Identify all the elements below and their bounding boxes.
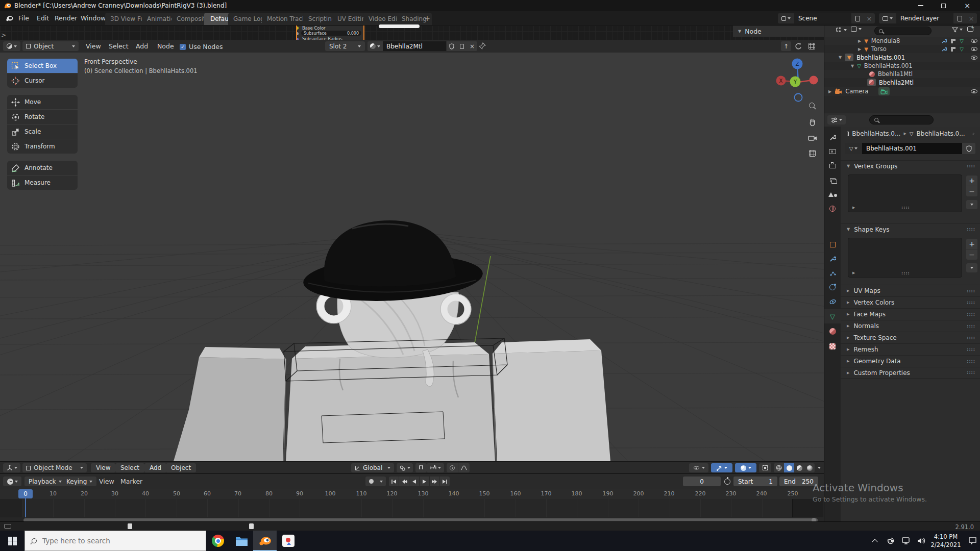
tool-move[interactable]: Move (7, 95, 78, 109)
playback-menu[interactable]: Playback (24, 477, 66, 486)
add-workspace-tab-button[interactable]: + (423, 14, 432, 23)
panel-normals[interactable]: ▶Normals:::: (841, 320, 980, 332)
tab-render[interactable] (824, 145, 841, 158)
renderlayer-copy-button[interactable] (953, 13, 966, 23)
tray-meet-now[interactable] (883, 531, 898, 551)
auto-keying-dropdown[interactable] (377, 477, 386, 486)
tray-network[interactable] (898, 531, 914, 551)
panel-texture-space[interactable]: ▶Texture Space:::: (841, 332, 980, 343)
outliner-display-mode-dropdown[interactable] (836, 27, 847, 33)
taskbar-blender-button[interactable] (253, 531, 277, 551)
tool-measure[interactable]: Measure (7, 176, 78, 190)
mesh-name-field[interactable]: BbehllaHats.001 (862, 143, 962, 154)
pin-icon[interactable] (479, 42, 486, 49)
vp-menu-object[interactable]: Object (166, 463, 196, 472)
jump-to-start-button[interactable] (389, 477, 399, 486)
shape-keys-panel-header[interactable]: ▼Shape Keys :::: (841, 223, 980, 235)
zoom-icon[interactable] (809, 103, 815, 110)
shader-node-fragment[interactable]: Base Color Subsurface 0.000 Subsurface R… (296, 26, 364, 40)
vp-menu-view[interactable]: View (91, 463, 115, 472)
snap-target-dropdown[interactable] (427, 463, 444, 472)
menu-edit[interactable]: Edit (37, 11, 49, 25)
keying-menu[interactable]: Keying (62, 477, 96, 486)
tab-particles[interactable] (824, 266, 841, 280)
vertex-groups-add-button[interactable]: + (966, 176, 977, 186)
properties-editor-type-button[interactable] (827, 115, 846, 124)
tool-transform[interactable]: Transform (7, 139, 78, 154)
maximize-button[interactable] (932, 0, 954, 11)
gizmos-toggle-dropdown[interactable] (711, 463, 732, 472)
shading-material-button[interactable] (794, 463, 804, 472)
prev-keyframe-button[interactable] (399, 477, 409, 486)
tab-modifiers[interactable] (824, 252, 841, 265)
3d-scene[interactable] (0, 53, 824, 461)
stopwatch-icon[interactable] (724, 479, 730, 485)
tab-world[interactable] (824, 202, 841, 215)
tool-annotate[interactable]: Annotate (7, 161, 78, 175)
shader-menu-select[interactable]: Select (105, 40, 133, 53)
use-nodes-checkbox[interactable]: ✓ Use Nodes (180, 43, 223, 51)
shape-keys-specials-button[interactable] (966, 263, 977, 272)
ortho-grid-icon[interactable] (809, 150, 816, 157)
outliner-filter-dropdown[interactable] (952, 27, 963, 33)
tab-scene[interactable] (824, 188, 841, 201)
outliner-row-bbehlla1mtl[interactable]: Bbehlla1Mtl (824, 70, 980, 78)
taskbar-chrome-button[interactable] (206, 531, 230, 551)
outliner-row-camera[interactable]: ▶ Camera (824, 87, 980, 96)
viewport-3d[interactable]: Front Perspective (0) Scene Collection |… (0, 53, 824, 461)
panel-vertex-colors[interactable]: ▶Vertex Colors:::: (841, 296, 980, 308)
hand-icon[interactable] (808, 118, 817, 127)
mesh-browse-button[interactable]: ▽ (845, 143, 862, 154)
vertex-groups-remove-button[interactable]: − (966, 186, 977, 196)
close-button[interactable]: × (954, 0, 980, 11)
proportional-editing-button[interactable] (447, 463, 458, 472)
tab-tool[interactable] (824, 131, 841, 144)
timeline-menu-marker[interactable]: Marker (116, 474, 146, 489)
shape-keys-remove-button[interactable]: − (966, 249, 977, 260)
outliner-scene-dropdown[interactable] (851, 27, 862, 32)
vertex-groups-panel-header[interactable]: ▼Vertex Groups :::: (841, 160, 980, 171)
shape-keys-add-button[interactable]: + (966, 239, 977, 249)
blender-menu-logo-icon[interactable] (5, 14, 14, 22)
material-browse-button[interactable] (368, 41, 383, 51)
playhead[interactable]: 0 (18, 489, 33, 498)
tab-material[interactable] (824, 324, 841, 338)
shading-solid-button[interactable] (784, 463, 794, 472)
shading-wireframe-button[interactable] (774, 463, 784, 472)
expand-icon[interactable]: ▶ (858, 39, 861, 43)
timeline-tracks[interactable] (0, 499, 824, 517)
timeline-menu-view[interactable]: View (95, 474, 118, 489)
scene-browse-button[interactable] (778, 13, 794, 23)
tab-object[interactable] (824, 238, 841, 251)
list-expand-icon[interactable]: ▶ (852, 206, 855, 210)
outliner-search[interactable] (874, 27, 932, 35)
pin-icon[interactable] (972, 131, 974, 137)
pivot-point-dropdown[interactable] (397, 463, 413, 472)
panel-geometry-data[interactable]: ▶Geometry Data:::: (841, 355, 980, 367)
action-center-button[interactable] (965, 531, 980, 551)
proportional-falloff-button[interactable] (458, 463, 470, 472)
outliner-row-bbehllahats-mesh[interactable]: ▼ ▽ BbehllaHats.001 (824, 62, 980, 70)
object-visibility-dropdown[interactable] (689, 463, 708, 472)
editor-type-button[interactable] (3, 463, 20, 472)
material-name-field[interactable]: Bbehlla2Mtl (383, 41, 446, 51)
start-frame-field[interactable]: Start1 (733, 477, 777, 486)
outliner-row-bbehlla2mtl[interactable]: Bbehlla2Mtl (824, 78, 980, 87)
menu-window[interactable]: Window (81, 11, 106, 25)
tray-chevron[interactable] (868, 531, 882, 551)
sidebar-expand-arrow[interactable]: > (1, 32, 6, 39)
breadcrumb-data[interactable]: BbehllaHats.0... (917, 130, 965, 137)
camera-view-icon[interactable] (808, 134, 817, 142)
snap-toggle-button[interactable] (415, 463, 427, 472)
tab-output[interactable] (824, 159, 841, 172)
taskbar-search-box[interactable] (24, 531, 206, 551)
shader-mode-dropdown[interactable]: Object (22, 41, 79, 51)
tab-view-layer[interactable] (824, 173, 841, 187)
shading-rendered-button[interactable] (804, 463, 815, 472)
scene-unlink-button[interactable]: × (864, 13, 875, 23)
node-sidebar-tab[interactable]: ▼Node (733, 26, 824, 37)
outliner-row-torso[interactable]: ▶ ▼ Torso ▽ (824, 45, 980, 53)
next-keyframe-button[interactable] (430, 477, 439, 486)
renderlayer-unlink-button[interactable]: × (966, 13, 977, 23)
panel-custom-properties[interactable]: ▶Custom Properties:::: (841, 367, 980, 379)
